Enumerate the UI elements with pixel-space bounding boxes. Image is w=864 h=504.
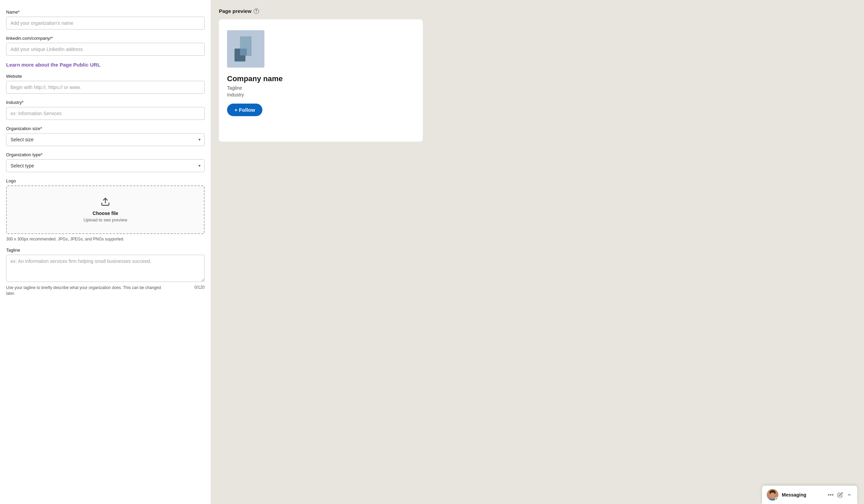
preview-help-icon[interactable]: ? [254, 9, 259, 14]
messaging-more-button[interactable] [827, 493, 834, 496]
org-type-field-group: Organization type* Select type Public Co… [6, 152, 205, 172]
org-type-label: Organization type* [6, 152, 205, 157]
website-input[interactable] [6, 81, 205, 94]
messaging-label: Messaging [782, 492, 824, 497]
org-type-select-wrapper: Select type Public Company Self-Employed… [6, 159, 205, 172]
learn-more-link[interactable]: Learn more about the Page Public URL [6, 62, 205, 67]
preview-panel: Page preview ? Company name Tagline I [211, 0, 864, 504]
website-label: Website [6, 74, 205, 79]
svg-point-9 [828, 494, 829, 495]
preview-company-name: Company name [227, 74, 415, 83]
preview-header-text: Page preview [219, 8, 252, 14]
industry-label: Industry* [6, 100, 205, 105]
industry-field-group: Industry* [6, 100, 205, 120]
follow-button[interactable]: + Follow [227, 103, 262, 116]
name-label: Name* [6, 10, 205, 15]
choose-file-text: Choose file [93, 211, 118, 216]
preview-logo-placeholder [227, 30, 264, 67]
linkedin-url-field-group: linkedin.com/company/* [6, 36, 205, 56]
messaging-widget: Messaging [762, 485, 857, 504]
svg-point-11 [832, 494, 833, 495]
online-indicator [775, 497, 778, 501]
name-field-group: Name* [6, 10, 205, 29]
org-type-select[interactable]: Select type Public Company Self-Employed… [6, 159, 205, 172]
logo-field-group: Logo Choose file Upload to see preview 3… [6, 178, 205, 242]
preview-tagline-text: Tagline [227, 85, 415, 91]
compose-icon [838, 492, 843, 497]
messaging-collapse-button[interactable] [846, 492, 852, 498]
tagline-footer: Use your tagline to briefly describe wha… [6, 285, 205, 296]
upload-hint-text: Upload to see preview [14, 217, 197, 222]
svg-rect-4 [240, 49, 247, 56]
tagline-textarea[interactable] [6, 255, 205, 282]
preview-industry-text: Industry [227, 92, 415, 97]
upload-icon [14, 197, 197, 209]
char-count: 0/120 [194, 285, 205, 290]
name-input[interactable] [6, 17, 205, 29]
industry-input[interactable] [6, 107, 205, 120]
org-size-select[interactable]: Select size 1-10 employees 11-50 employe… [6, 133, 205, 146]
org-size-select-wrapper: Select size 1-10 employees 11-50 employe… [6, 133, 205, 146]
more-dots-icon [828, 494, 833, 495]
preview-header: Page preview ? [219, 8, 856, 14]
logo-format-hint: 300 x 300px recommended. JPGs, JPEGs, an… [6, 237, 205, 242]
preview-card-container: Page preview ? Company name Tagline I [219, 8, 856, 142]
collapse-icon [847, 492, 852, 497]
linkedin-url-input[interactable] [6, 43, 205, 56]
svg-point-7 [770, 492, 775, 499]
preview-card: Company name Tagline Industry + Follow [219, 20, 423, 142]
website-field-group: Website [6, 74, 205, 94]
tagline-field-group: Tagline Use your tagline to briefly desc… [6, 248, 205, 296]
logo-label: Logo [6, 178, 205, 183]
tagline-description: Use your tagline to briefly describe wha… [6, 285, 169, 296]
org-size-field-group: Organization size* Select size 1-10 empl… [6, 126, 205, 146]
preview-logo-svg [227, 30, 264, 67]
form-panel: Name* linkedin.com/company/* Learn more … [0, 0, 211, 504]
tagline-label: Tagline [6, 248, 205, 253]
svg-point-10 [830, 494, 831, 495]
org-size-label: Organization size* [6, 126, 205, 131]
messaging-actions [827, 491, 852, 498]
logo-upload-area[interactable]: Choose file Upload to see preview [6, 185, 205, 234]
messaging-avatar [767, 489, 778, 501]
linkedin-url-label: linkedin.com/company/* [6, 36, 205, 41]
messaging-compose-button[interactable] [837, 491, 844, 498]
